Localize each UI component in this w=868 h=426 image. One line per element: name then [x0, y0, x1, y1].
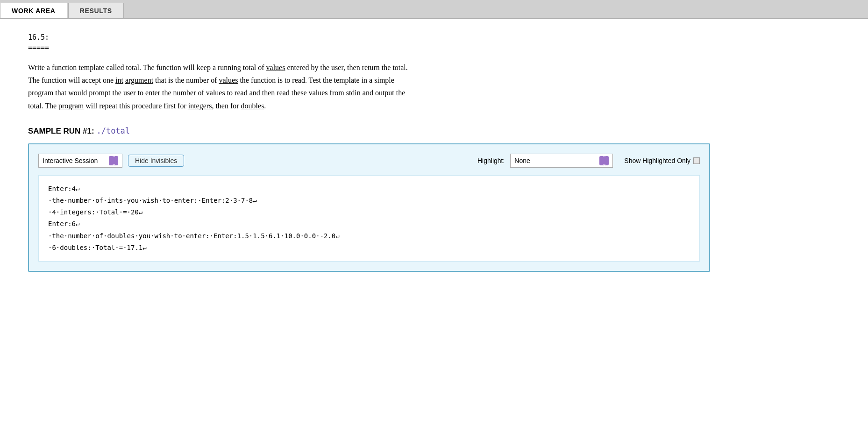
- tab-bar: WORK AREA RESULTS: [0, 0, 868, 19]
- session-controls: Interactive Session ⌃⌄ Hide Invisibles H…: [38, 154, 700, 168]
- description-text: Write a function template called total. …: [28, 61, 411, 112]
- session-output: Enter:4↵ ·the·number·of·ints·you·wish·to…: [38, 175, 700, 262]
- version-divider: =====: [28, 43, 840, 52]
- tab-results[interactable]: RESULTS: [68, 3, 124, 18]
- show-highlighted-only-label: Show Highlighted Only: [624, 157, 700, 164]
- session-type-dropdown[interactable]: Interactive Session ⌃⌄: [38, 154, 122, 168]
- show-highlighted-checkbox[interactable]: [693, 157, 700, 164]
- highlight-dropdown[interactable]: None ⌃⌄: [510, 154, 613, 168]
- highlight-label: Highlight:: [477, 157, 505, 164]
- sample-run-command: ./total: [96, 126, 130, 135]
- main-content: 16.5: ===== Write a function template ca…: [0, 19, 868, 291]
- highlight-dropdown-value: None: [514, 157, 530, 164]
- highlight-dropdown-arrow-icon: ⌃⌄: [599, 156, 609, 165]
- tab-work-area[interactable]: WORK AREA: [0, 3, 67, 18]
- show-highlighted-text: Show Highlighted Only: [624, 157, 690, 164]
- session-dropdown-label: Interactive Session: [43, 157, 98, 164]
- hide-invisibles-button[interactable]: Hide Invisibles: [128, 155, 184, 167]
- sample-run-title: SAMPLE RUN #1: ./total: [28, 126, 840, 136]
- version-label: 16.5:: [28, 33, 840, 42]
- session-dropdown-arrow-icon: ⌃⌄: [109, 156, 118, 165]
- session-box: Interactive Session ⌃⌄ Hide Invisibles H…: [28, 143, 710, 272]
- sample-run-label: SAMPLE RUN #1:: [28, 127, 94, 135]
